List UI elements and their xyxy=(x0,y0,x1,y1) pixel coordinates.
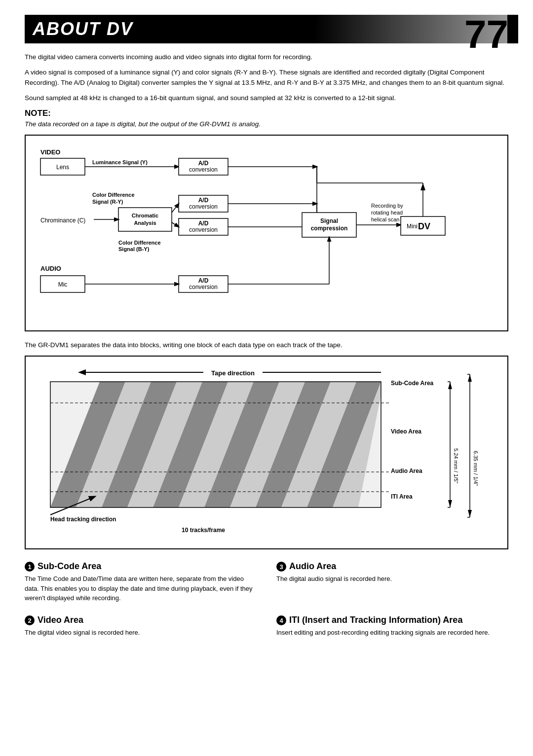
svg-marker-52 xyxy=(420,183,425,190)
svg-text:10 tracks/frame: 10 tracks/frame xyxy=(182,527,225,534)
area-sub-code-desc: The Time Code and Date/Time data are wri… xyxy=(25,574,257,603)
area-audio-desc: The digital audio signal is recorded her… xyxy=(276,574,508,584)
svg-marker-87 xyxy=(448,382,452,389)
svg-text:DV: DV xyxy=(418,221,430,231)
svg-text:helical scan: helical scan xyxy=(371,216,399,222)
body-para-2: A video signal is composed of a luminanc… xyxy=(25,68,508,88)
svg-text:Chromatic: Chromatic xyxy=(132,213,158,218)
svg-text:Video Area: Video Area xyxy=(391,428,421,435)
area-iti-title: 4 ITI (Insert and Tracking Information) … xyxy=(276,615,508,626)
svg-text:Audio Area: Audio Area xyxy=(391,468,422,474)
header-title-box: ABOUT DV xyxy=(25,15,508,43)
svg-text:Mic: Mic xyxy=(58,281,68,288)
svg-text:Recording by: Recording by xyxy=(371,203,403,209)
body-para-1: The digital video camera converts incomi… xyxy=(25,52,508,63)
body-para-3: Sound sampled at 48 kHz is changed to a … xyxy=(25,93,508,104)
svg-marker-94 xyxy=(468,510,472,517)
area-audio: 3 Audio Area The digital audio signal is… xyxy=(276,561,508,603)
svg-text:Signal (R-Y): Signal (R-Y) xyxy=(92,199,123,205)
svg-text:A/D: A/D xyxy=(198,277,209,284)
separator-text: The GR-DVM1 separates the data into bloc… xyxy=(25,340,508,351)
svg-text:conversion: conversion xyxy=(189,203,218,210)
svg-text:conversion: conversion xyxy=(189,166,218,173)
note-section: NOTE: The data recorded on a tape is dig… xyxy=(25,108,508,128)
black-tab xyxy=(507,15,518,43)
area-sub-code-label: Sub-Code Area xyxy=(38,561,101,572)
svg-text:A/D: A/D xyxy=(198,197,209,204)
svg-text:Mini: Mini xyxy=(407,223,418,230)
svg-text:Signal (B-Y): Signal (B-Y) xyxy=(118,246,150,252)
svg-text:Analysis: Analysis xyxy=(134,220,156,226)
svg-text:Tape direction: Tape direction xyxy=(211,369,255,377)
svg-text:conversion: conversion xyxy=(189,284,218,290)
signal-svg: VIDEO Lens Luminance Signal (Y) A/D conv… xyxy=(36,144,504,321)
area-num-1: 1 xyxy=(25,562,35,572)
svg-text:compression: compression xyxy=(311,225,348,232)
area-num-2: 2 xyxy=(25,615,35,625)
svg-text:Chrominance (C): Chrominance (C) xyxy=(40,217,85,224)
area-video-title: 2 Video Area xyxy=(25,615,257,626)
area-iti-desc: Insert editing and post-recording editin… xyxy=(276,628,508,638)
page-container: ABOUT DV 77 The digital video camera con… xyxy=(0,0,533,664)
area-audio-title: 3 Audio Area xyxy=(276,561,508,572)
svg-line-20 xyxy=(172,204,179,213)
area-iti: 4 ITI (Insert and Tracking Information) … xyxy=(276,615,508,638)
svg-text:Lens: Lens xyxy=(56,164,69,171)
area-sub-code: 1 Sub-Code Area The Time Code and Date/T… xyxy=(25,561,257,603)
svg-text:VIDEO: VIDEO xyxy=(40,148,60,156)
area-num-4: 4 xyxy=(276,615,286,625)
area-iti-label: ITI (Insert and Tracking Information) Ar… xyxy=(289,615,462,625)
svg-text:AUDIO: AUDIO xyxy=(40,265,61,272)
area-sub-code-title: 1 Sub-Code Area xyxy=(25,561,257,572)
svg-text:Color Difference: Color Difference xyxy=(118,240,161,246)
svg-text:A/D: A/D xyxy=(198,220,209,227)
page-header: ABOUT DV 77 xyxy=(25,15,508,43)
svg-text:5.24 mm / 1/5": 5.24 mm / 1/5" xyxy=(453,448,459,483)
track-svg: Tape direction xyxy=(36,364,499,542)
svg-text:rotating head: rotating head xyxy=(371,210,403,216)
svg-text:A/D: A/D xyxy=(198,160,209,167)
note-text: The data recorded on a tape is digital, … xyxy=(25,120,508,128)
page-number: 77 xyxy=(464,15,508,54)
areas-grid: 1 Sub-Code Area The Time Code and Date/T… xyxy=(25,561,508,645)
svg-text:ITI Area: ITI Area xyxy=(391,493,413,500)
track-diagram: Tape direction xyxy=(25,356,508,549)
svg-text:Head tracking direction: Head tracking direction xyxy=(50,516,116,523)
note-title: NOTE: xyxy=(25,108,508,118)
svg-rect-13 xyxy=(118,208,172,231)
svg-marker-88 xyxy=(448,500,452,507)
svg-text:Sub-Code Area: Sub-Code Area xyxy=(391,380,434,387)
area-num-3: 3 xyxy=(276,562,286,572)
page-title: ABOUT DV xyxy=(33,19,133,39)
svg-text:Color Difference: Color Difference xyxy=(92,192,135,198)
area-audio-label: Audio Area xyxy=(289,561,336,572)
area-video: 2 Video Area The digital video signal is… xyxy=(25,615,257,638)
svg-line-26 xyxy=(172,222,179,227)
area-video-label: Video Area xyxy=(38,615,83,625)
svg-text:Luminance Signal (Y): Luminance Signal (Y) xyxy=(92,159,148,165)
svg-text:conversion: conversion xyxy=(189,226,218,233)
svg-marker-93 xyxy=(468,374,472,382)
svg-text:6.35 mm / 1/4": 6.35 mm / 1/4" xyxy=(473,451,479,486)
signal-flow-diagram: VIDEO Lens Luminance Signal (Y) A/D conv… xyxy=(25,135,508,331)
area-video-desc: The digital video signal is recorded her… xyxy=(25,628,257,638)
svg-text:Signal: Signal xyxy=(320,217,338,224)
